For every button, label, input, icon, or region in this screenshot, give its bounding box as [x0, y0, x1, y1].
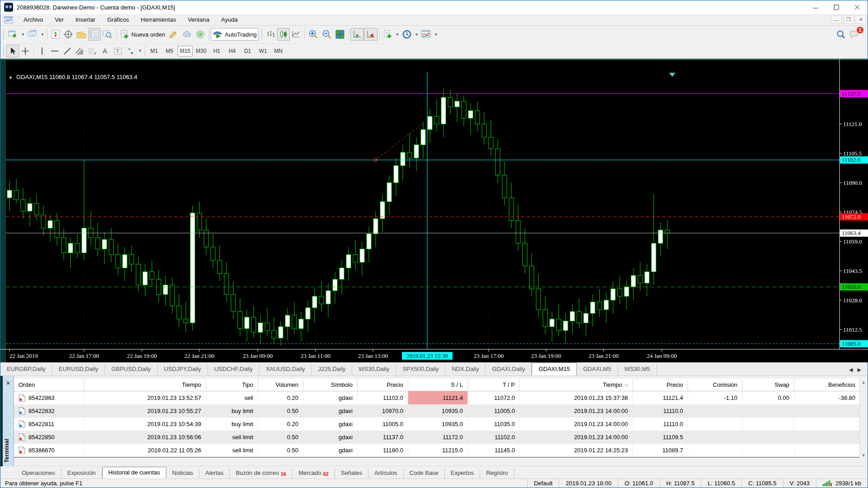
close-button[interactable] [847, 0, 868, 14]
indicators-button[interactable] [419, 28, 433, 41]
terminal-tab-operaciones[interactable]: Operaciones [16, 469, 61, 479]
trendline-tool[interactable] [61, 45, 74, 57]
data-window-button[interactable] [62, 28, 75, 41]
terminal-tab-alertas[interactable]: Alertas [199, 469, 230, 479]
notifications-button[interactable]: 1 [848, 28, 861, 41]
terminal-tab-expertos[interactable]: Expertos [445, 469, 480, 479]
column-header-volumen[interactable]: Volumen [258, 379, 303, 391]
text-label-tool[interactable]: T [112, 45, 124, 57]
strategy-tester-button[interactable] [101, 28, 114, 41]
market-watch-button[interactable] [49, 28, 62, 41]
terminal-tab-noticias[interactable]: Noticias [166, 469, 199, 479]
column-header-tiempo[interactable]: Tiempo▽ [520, 379, 633, 391]
chart-tab-ws30-daily[interactable]: WS30,Daily [352, 364, 396, 375]
column-header-orden[interactable]: Orden [14, 379, 84, 391]
crosshair-tool-button[interactable] [19, 45, 32, 57]
column-header-tp[interactable]: T / P [468, 379, 520, 391]
column-header-precio[interactable]: Precio [358, 379, 408, 391]
terminal-tab-se-ales[interactable]: Señales [335, 469, 368, 479]
cursor-tool-button[interactable] [6, 45, 19, 57]
table-scrollbar[interactable]: ▲ ▼ [859, 379, 867, 459]
indicators-dropdown[interactable]: ▼ [434, 33, 438, 37]
chart-tab-gdaxi-daily[interactable]: GDAXI,Daily [486, 364, 532, 375]
table-row[interactable]: 854228112019.01.23 10:54:39buy limit0.20… [14, 418, 860, 431]
metaeditor-button[interactable] [167, 28, 180, 41]
column-header-tiempo[interactable]: Tiempo [84, 379, 206, 391]
menu-herramientas[interactable]: Herramientas [135, 14, 182, 26]
tab-scroll-left-icon[interactable]: ◀ [849, 367, 853, 373]
menu-insertar[interactable]: Insertar [70, 14, 101, 26]
terminal-button[interactable] [88, 28, 101, 41]
terminal-tab-art-culos[interactable]: Artículos [368, 469, 404, 479]
templates-dropdown[interactable]: ▼ [396, 33, 399, 37]
chart-tab-ws30-m5[interactable]: WS30,M5 [618, 364, 657, 375]
toolbar-grip[interactable] [261, 29, 262, 39]
column-header-precio[interactable]: Precio [633, 379, 688, 391]
chart-tab-j225-daily[interactable]: J225,Daily [312, 364, 353, 375]
zoom-out-button[interactable] [320, 28, 334, 41]
chart-tab-ndx-daily[interactable]: NDX,Daily [445, 364, 486, 375]
arrows-tool[interactable] [124, 45, 137, 57]
chart-shift-button[interactable] [364, 28, 377, 41]
text-tool[interactable]: A [99, 45, 112, 57]
table-row[interactable]: 854228322019.01.23 10:55:27buy limit0.50… [14, 404, 860, 418]
timeframe-mn[interactable]: MN [271, 46, 286, 56]
terminal-tab-registro[interactable]: Registro [480, 469, 514, 479]
chart-tab-eurgbp-daily[interactable]: EURGBP,Daily [0, 364, 52, 375]
chart-tab-usdchf-daily[interactable]: USDCHF,Daily [208, 364, 259, 375]
scroll-down-icon[interactable]: ▼ [862, 452, 866, 459]
status-profile[interactable]: Default [527, 479, 559, 488]
timeframe-h1[interactable]: H1 [210, 46, 224, 56]
timeframe-m15[interactable]: M15 [178, 46, 193, 56]
chart-tab-spx500-daily[interactable]: SPX500,Daily [396, 364, 445, 375]
tile-windows-button[interactable] [334, 28, 346, 41]
column-header-tipo[interactable]: Tipo [206, 379, 258, 391]
column-header-beneficios[interactable]: Beneficios [794, 379, 860, 391]
vertical-line-tool[interactable] [36, 45, 48, 57]
timeframe-m30[interactable]: M30 [193, 46, 208, 56]
new-order-button[interactable]: Nueva orden [118, 28, 167, 41]
column-header-sl[interactable]: S / L [408, 379, 468, 391]
timeframe-h4[interactable]: H4 [225, 46, 240, 56]
new-chart-button[interactable] [6, 28, 20, 41]
terminal-close-icon[interactable]: ✕ [5, 380, 12, 387]
column-header-swap[interactable]: Swap [742, 379, 794, 391]
scroll-up-icon[interactable]: ▲ [862, 379, 866, 386]
zoom-in-button[interactable] [307, 28, 320, 41]
line-chart-button[interactable] [290, 28, 302, 41]
timeframe-m5[interactable]: M5 [162, 46, 177, 56]
minimize-button[interactable] [805, 0, 826, 14]
profiles-dropdown[interactable]: ▼ [41, 33, 44, 37]
equidistant-channel-tool[interactable]: E [74, 45, 86, 57]
chart-tab-gdaxi-m5[interactable]: GDAXI,M5 [577, 364, 618, 375]
autotrading-button[interactable]: AutoTrading [211, 28, 258, 41]
periods-button[interactable] [400, 28, 414, 41]
table-row[interactable]: 854228632019.01.23 13:52:57sell0.20gdaxi… [14, 391, 860, 404]
new-chart-dropdown[interactable]: ▼ [21, 33, 25, 37]
fibonacci-tool[interactable]: F [86, 45, 99, 57]
maximize-button[interactable] [826, 0, 847, 14]
table-row[interactable]: 854228502019.01.23 10:56:06sell limit0.5… [14, 431, 860, 444]
profiles-button[interactable] [26, 28, 39, 41]
menu-gráficos[interactable]: Gráficos [101, 14, 135, 26]
templates-button[interactable] [382, 28, 394, 41]
chart-tab-xauusd-daily[interactable]: XAUUSD,Daily [259, 364, 312, 375]
timeframe-d1[interactable]: D1 [241, 46, 255, 56]
auto-scroll-button[interactable] [350, 28, 364, 41]
horizontal-line-tool[interactable] [48, 45, 61, 57]
toolbar-grip[interactable] [3, 29, 4, 39]
chart-tab-usdjpy-daily[interactable]: USDJPY,Daily [158, 364, 208, 375]
periods-dropdown[interactable]: ▼ [415, 33, 419, 37]
menu-ayuda[interactable]: Ayuda [215, 14, 244, 26]
chart-tab-eurusd-daily[interactable]: EURUSD,Daily [52, 364, 105, 375]
toolbar-grip[interactable] [3, 46, 4, 56]
navigator-button[interactable] [75, 28, 88, 41]
chart-restore-button[interactable]: ❐ [843, 15, 854, 24]
signals-button[interactable] [194, 28, 207, 41]
terminal-tab-buz-n-de-correo[interactable]: Buzón de correo16 [230, 469, 292, 479]
virtual-hosting-button[interactable] [180, 28, 194, 41]
terminal-tab-exposici-n[interactable]: Exposición [61, 469, 102, 479]
terminal-tab-code-base[interactable]: Code Base [404, 469, 445, 479]
timeframe-m1[interactable]: M1 [147, 46, 161, 56]
chart-tab-gdaxi-m15[interactable]: GDAXI,M15 [532, 362, 576, 375]
